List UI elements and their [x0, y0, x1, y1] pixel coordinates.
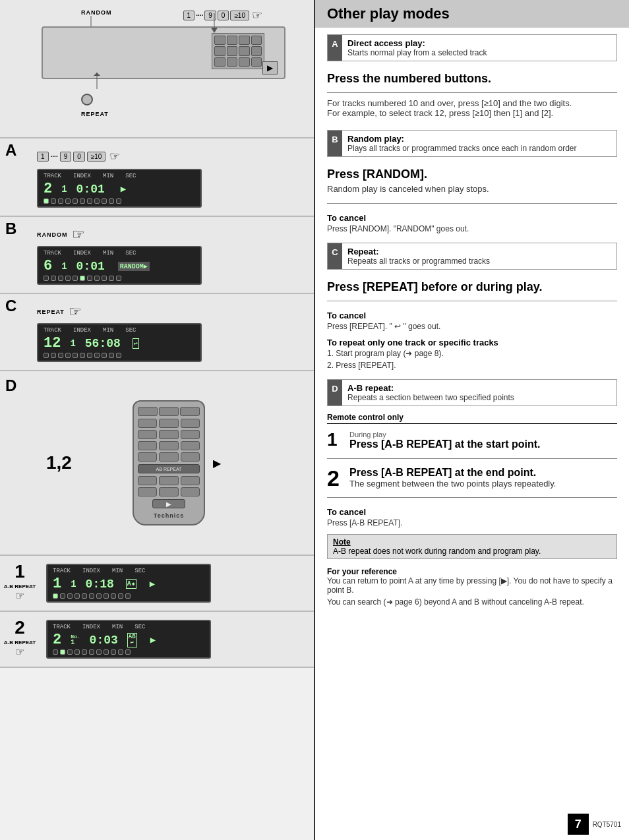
box-b-letter: B [328, 131, 342, 156]
section-a-row: A 1 ···· 9 0 ≥10 ☞ TRACK INDEX MIN SEC [0, 138, 314, 217]
random-label-top: RANDOM [81, 9, 112, 16]
repeat-label-top: REPEAT [81, 111, 109, 117]
note-box: Note A-B repeat does not work during ran… [327, 534, 617, 559]
heading-b: Press [RANDOM]. [327, 167, 617, 181]
cancel-b-text: Press [RANDOM]. "RANDOM" goes out. [327, 224, 617, 233]
s2-time: 0:03 [90, 634, 118, 647]
step1-num: 1 [15, 561, 25, 582]
section-d-row: D 1,2 [0, 371, 314, 556]
model-number: RQT5701 [593, 821, 621, 828]
b-random-indicator: RANDOM▶ [118, 262, 150, 271]
step1-content-right: During play Press [A-B REPEAT] at the st… [345, 431, 617, 450]
divider-a [327, 92, 617, 93]
b-header-min: MIN [103, 250, 113, 256]
section-c-row: C REPEAT ☞ TRACK INDEX MIN SEC 12 1 56:0… [0, 294, 314, 371]
step2-ab-label: A-B REPEAT [4, 640, 36, 645]
page-title: Other play modes [327, 5, 617, 22]
section-d-indicator: D [0, 371, 40, 555]
device-play-btn: ▶ [262, 61, 278, 75]
step1-ab-label: A-B REPEAT [4, 584, 36, 589]
nk12 [251, 57, 262, 67]
a-track-display: TRACK INDEX MIN SEC 2 1 0:01 ▶ [37, 169, 202, 208]
box-a-letter: A [328, 35, 342, 61]
page-footer: 7 RQT5701 [568, 814, 621, 835]
step2-row: 2 Press [A-B REPEAT] at the end point. T… [327, 467, 617, 489]
section-a-indicator: A [0, 138, 33, 216]
box-b-title: Random play: [347, 134, 611, 144]
b-hand-icon: ☞ [72, 226, 85, 243]
s2-h-min: MIN [112, 624, 123, 630]
s1-ab-marker: A⬥ [126, 579, 136, 589]
step2-track-display: TRACK INDEX MIN SEC 2 No. 1 0:03 AB ↩ [46, 620, 211, 659]
info-box-c: C Repeat: Repeats all tracks or programm… [327, 243, 617, 270]
box-d-content: A-B repeat: Repeats a section between tw… [342, 380, 616, 405]
repeat-one-step2: 2. Press [REPEAT]. [327, 361, 617, 370]
note-title: Note [333, 537, 611, 547]
step1-row: 1 During play Press [A-B REPEAT] at the … [327, 431, 617, 450]
s1-track-num: 1 [53, 576, 61, 592]
a-btn0: 0 [73, 152, 85, 162]
nk8 [251, 46, 262, 55]
section-b-row: B RANDOM ☞ TRACK INDEX MIN SEC 6 1 0:01 … [0, 217, 314, 294]
a-track-num: 2 [44, 181, 52, 197]
s2-ab-marker: AB ↩ [127, 633, 137, 647]
c-index-val: 1 [70, 338, 75, 349]
nk2 [227, 36, 238, 45]
box-d-letter: D [328, 380, 342, 405]
remote-top-btns [138, 407, 200, 416]
step1-values: 1 1 0:18 A⬥ ▶ [53, 576, 204, 592]
repeat-arrow [87, 73, 107, 91]
para-a: For tracks numbered 10 and over, press [… [327, 98, 617, 118]
c-track-dots [44, 353, 195, 358]
step1-during: During play [349, 431, 617, 438]
a-time-val: 0:01 [76, 183, 105, 196]
box-a-title: Direct access play: [347, 38, 611, 48]
info-box-a: A Direct access play: Starts normal play… [327, 34, 617, 61]
b-display-header: TRACK INDEX MIN SEC [44, 250, 195, 256]
ref-title: For your reference [327, 567, 617, 576]
c-display-header: TRACK INDEX MIN SEC [44, 327, 195, 334]
a-display-header: TRACK INDEX MIN SEC [44, 173, 195, 179]
section-d-content: 1,2 [40, 371, 314, 555]
step2-number: 2 [327, 467, 345, 489]
btn-dots: ···· [196, 12, 203, 19]
divider-c [327, 301, 617, 301]
remote-brand-label: Technics [138, 512, 200, 519]
step2-indicator: 2 A-B REPEAT ☞ [0, 612, 40, 667]
s2-index-val: 1 [71, 640, 80, 646]
section-d-label: D [5, 376, 16, 394]
repeat-one-step1: 1. Start program play (➜ page 8). [327, 349, 617, 358]
a-btnge10: ≥10 [87, 152, 106, 162]
a-dots: ···· [51, 153, 58, 160]
c-repeat-label: REPEAT [37, 309, 65, 315]
s1-h-min: MIN [112, 568, 123, 574]
a-index-val: 1 [61, 184, 67, 195]
step2-num: 2 [15, 617, 25, 638]
step1-header: TRACK INDEX MIN SEC [53, 568, 204, 574]
b-header-sec: SEC [125, 250, 136, 256]
note-text: A-B repeat does not work during random a… [333, 547, 611, 556]
nk11 [239, 57, 250, 67]
remote-play-area: ▶ [138, 499, 200, 508]
d-step-label-12: 1,2 [46, 452, 72, 473]
b-track-num: 6 [44, 258, 52, 274]
step1-content: TRACK INDEX MIN SEC 1 1 0:18 A⬥ ▶ [40, 556, 314, 611]
a-btn9: 9 [60, 152, 72, 162]
nk4 [251, 36, 262, 45]
nk1 [214, 36, 225, 45]
box-b-content: Random play: Plays all tracks or program… [342, 131, 616, 156]
step2-values: 2 No. 1 0:03 AB ↩ ▶ [53, 632, 204, 648]
a-track-dots [44, 198, 195, 204]
b-track-dots [44, 276, 195, 281]
s2-index: No. 1 [71, 634, 80, 646]
c-repeat-symbol: ↩ [133, 338, 139, 349]
info-box-d: D A-B repeat: Repeats a section between … [327, 379, 617, 406]
s2-track-num: 2 [53, 632, 61, 648]
a-header-sec: SEC [125, 173, 136, 179]
step2-content: TRACK INDEX MIN SEC 2 No. 1 0:03 AB ↩ [40, 612, 314, 667]
divider-step1 [327, 458, 617, 459]
s1-h-track: TRACK [53, 568, 71, 574]
section-b-content: RANDOM ☞ TRACK INDEX MIN SEC 6 1 0:01 RA… [33, 217, 314, 293]
step2-main: Press [A-B REPEAT] at the end point. [349, 467, 617, 479]
step2-hand: ☞ [15, 645, 24, 658]
